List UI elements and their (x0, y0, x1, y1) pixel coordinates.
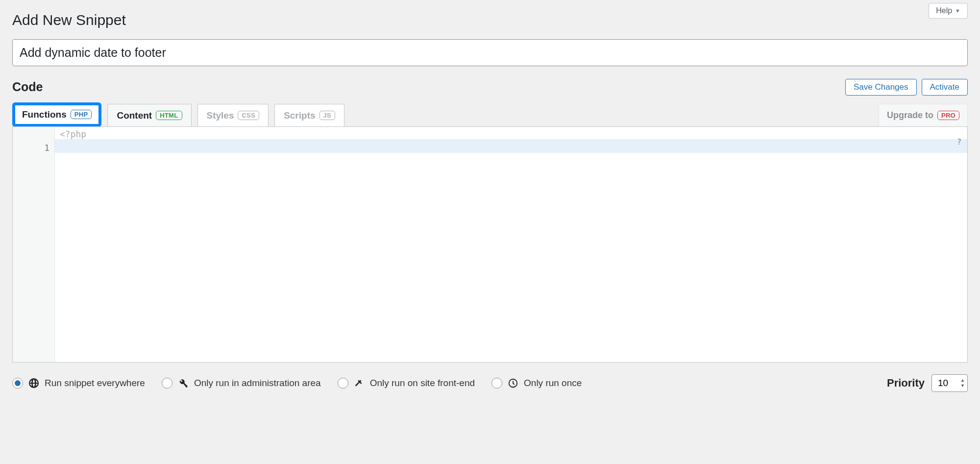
snippet-title-input[interactable] (12, 39, 968, 66)
editor-gutter: 1 (13, 127, 55, 362)
radio-icon (338, 378, 348, 389)
tab-functions-label: Functions (22, 109, 67, 120)
activate-button[interactable]: Activate (922, 79, 968, 96)
css-badge: CSS (238, 111, 259, 120)
upgrade-label: Upgrade to (887, 110, 933, 121)
help-tab[interactable]: Help ▼ (929, 3, 968, 19)
code-area[interactable]: <?php ? (55, 127, 967, 362)
globe-icon (28, 377, 40, 389)
chevron-down-icon: ▼ (955, 8, 960, 14)
help-label: Help (936, 6, 952, 15)
pro-badge: PRO (937, 111, 959, 120)
active-line (55, 139, 967, 153)
scope-once[interactable]: Only run once (491, 377, 582, 389)
save-changes-button[interactable]: Save Changes (845, 79, 917, 96)
scope-everywhere[interactable]: Run snippet everywhere (12, 377, 145, 389)
priority-label: Priority (887, 377, 925, 390)
stepper-icon[interactable]: ▲▼ (960, 378, 965, 388)
tab-styles-label: Styles (207, 110, 234, 121)
scope-admin-label: Only run in administration area (194, 378, 321, 389)
html-badge: HTML (156, 111, 182, 120)
php-open-tag: <?php (55, 127, 967, 139)
clock-icon (507, 377, 519, 389)
page-title: Add New Snippet (12, 12, 968, 28)
tab-scripts[interactable]: Scripts JS (274, 104, 344, 127)
wrench-icon (177, 377, 189, 389)
tab-functions[interactable]: Functions PHP (12, 102, 101, 127)
code-heading: Code (12, 80, 43, 94)
tab-content[interactable]: Content HTML (107, 104, 191, 127)
editor-help-icon[interactable]: ? (957, 138, 961, 147)
code-editor[interactable]: 1 <?php ? (12, 126, 968, 363)
php-badge: PHP (71, 110, 92, 119)
radio-checked-icon (12, 378, 23, 389)
upgrade-to-pro-button[interactable]: Upgrade to PRO (879, 104, 968, 127)
scope-admin[interactable]: Only run in administration area (162, 377, 321, 389)
js-badge: JS (319, 111, 336, 120)
tab-scripts-label: Scripts (284, 110, 315, 121)
tab-styles[interactable]: Styles CSS (197, 104, 269, 127)
scope-frontend[interactable]: Only run on site front-end (338, 377, 475, 389)
tab-content-label: Content (117, 110, 152, 121)
hammer-icon (353, 377, 365, 389)
scope-frontend-label: Only run on site front-end (370, 378, 475, 389)
radio-icon (491, 378, 502, 389)
line-number: 1 (13, 143, 49, 153)
radio-icon (162, 378, 172, 389)
scope-once-label: Only run once (524, 378, 582, 389)
scope-everywhere-label: Run snippet everywhere (45, 378, 145, 389)
